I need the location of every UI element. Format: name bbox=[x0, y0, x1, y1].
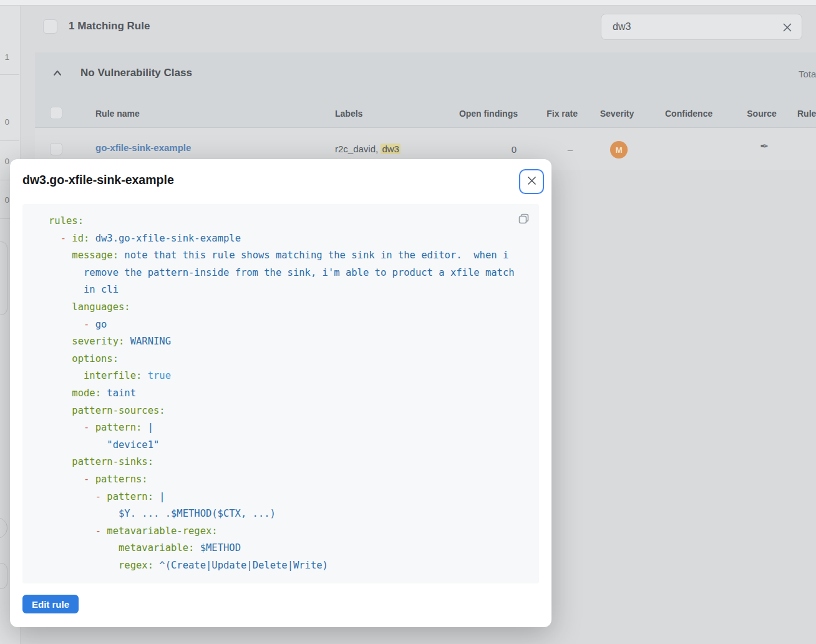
open-findings-cell: 0 bbox=[437, 144, 517, 155]
filter-box-cutoff bbox=[0, 242, 7, 315]
matching-rules-count: 1 Matching Rule bbox=[69, 20, 150, 32]
labels-cell: r2c_david, dw3 bbox=[335, 144, 401, 154]
close-icon bbox=[527, 175, 537, 188]
filter-circle-cutoff bbox=[0, 517, 7, 539]
divider bbox=[0, 140, 19, 141]
label-text: r2c_david, bbox=[335, 144, 381, 154]
fix-rate-cell: – bbox=[530, 144, 573, 155]
column-header-severity[interactable]: Severity bbox=[598, 109, 636, 119]
section-title: No Vulnerability Class bbox=[80, 67, 192, 79]
edit-rule-button[interactable]: Edit rule bbox=[22, 595, 79, 613]
top-edge-strip bbox=[0, 0, 816, 6]
row-checkbox[interactable] bbox=[50, 143, 62, 155]
select-all-checkbox[interactable] bbox=[43, 19, 57, 34]
pen-nib-icon: ✒ bbox=[755, 140, 773, 153]
search-input[interactable] bbox=[613, 14, 756, 39]
filter-count: 1 bbox=[0, 52, 9, 62]
section-select-checkbox[interactable] bbox=[50, 107, 62, 119]
filter-count: 0 bbox=[0, 195, 9, 205]
column-header-source[interactable]: Source bbox=[745, 109, 779, 119]
column-header-open-findings[interactable]: Open findings bbox=[437, 109, 518, 119]
rule-detail-modal: dw3.go-xfile-sink-example rules: - id: d… bbox=[10, 159, 551, 627]
severity-badge: M bbox=[610, 141, 628, 159]
filter-count: 0 bbox=[0, 117, 9, 127]
copy-icon[interactable] bbox=[518, 213, 530, 225]
divider bbox=[0, 74, 19, 75]
clear-search-icon[interactable] bbox=[781, 21, 794, 34]
column-header-rule-name[interactable]: Rule name bbox=[95, 109, 140, 119]
filter-count: 0 bbox=[0, 157, 9, 166]
column-header-labels[interactable]: Labels bbox=[335, 109, 362, 119]
rule-yaml-code-block: rules: - id: dw3.go-xfile-sink-example m… bbox=[22, 204, 539, 583]
column-header-rule[interactable]: Rule bbox=[797, 109, 816, 119]
rules-page: 1 0 0 0 1 Matching Rule No Vulnerability… bbox=[0, 0, 816, 644]
label-highlighted: dw3 bbox=[381, 144, 401, 154]
total-label: Total bbox=[799, 69, 816, 79]
yaml-code: rules: - id: dw3.go-xfile-sink-example m… bbox=[49, 213, 527, 574]
modal-title: dw3.go-xfile-sink-example bbox=[22, 173, 174, 187]
rule-search-box bbox=[601, 14, 802, 40]
close-button[interactable] bbox=[519, 169, 544, 194]
column-header-fix-rate[interactable]: Fix rate bbox=[530, 109, 578, 119]
collapse-section-button[interactable] bbox=[52, 67, 63, 79]
filter-box-cutoff bbox=[0, 563, 7, 589]
column-header-confidence[interactable]: Confidence bbox=[665, 109, 712, 119]
rule-name-link[interactable]: go-xfile-sink-example bbox=[95, 142, 191, 153]
